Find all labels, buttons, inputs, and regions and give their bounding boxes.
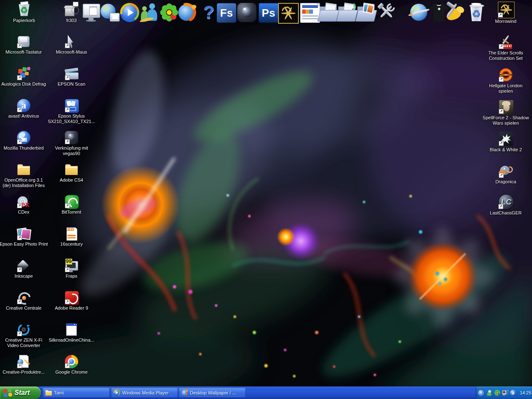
desktop-icon-google-chrome[interactable]: ↗Google Chrome (44, 355, 99, 375)
desktop-icon-label: Mozilla Thunderbird (0, 145, 51, 151)
quicklaunch-monitor-document[interactable] (81, 3, 101, 22)
desktop-icon-hellgate-london-spielen[interactable]: ↗Hellgate London spielen (479, 68, 532, 94)
quicklaunch-globe-dart[interactable] (409, 3, 429, 22)
openoffice-installation-files-icon (17, 163, 30, 176)
desktop-icon-label: Adobe CS4 (44, 177, 99, 183)
task-tami[interactable]: Tami (43, 388, 110, 398)
shortcut-arrow-icon: ↗ (17, 363, 22, 368)
desktop-icon-microsoft-maus[interactable]: ↗Microsoft-Maus (44, 35, 99, 55)
desktop-icon-label: Google Chrome (44, 369, 99, 375)
trash-icon: ♻ (467, 3, 486, 22)
shortcut-arrow-icon: ↗ (65, 107, 70, 112)
desktop-icon-epson-easy-photo-print[interactable]: ↗Epson Easy Photo Print (0, 227, 51, 247)
desktop-icon-epson-scan[interactable]: ↗EPSON Scan (44, 67, 99, 87)
desktop-icon-auslogics-disk-defrag[interactable]: ↗Auslogics Disk Defrag (0, 67, 51, 87)
desktop-icon-label: Hellgate London spielen (479, 83, 532, 94)
desktop-icon-label: avast! Antivirus (0, 113, 51, 119)
desktop-icon-label: Dragonica (479, 179, 532, 185)
quicklaunch-video-capture[interactable] (237, 3, 256, 22)
morrowind-launcher-icon (278, 3, 299, 24)
desktop-icon-creative-centrale[interactable]: ↗Creative Centrale (0, 291, 51, 311)
desktop-icon-label: SilkroadOnlineChina... (44, 337, 99, 343)
quicklaunch-folder-music[interactable]: ♪ (337, 3, 357, 22)
quicklaunch-help-question[interactable]: ? (199, 3, 218, 22)
desktop-icon-lastchaosger[interactable]: LC↗LastChaosGER (479, 194, 532, 216)
tray-icq[interactable] (494, 390, 500, 396)
quicklaunch-icq[interactable] (160, 3, 179, 22)
shortcut-arrow-icon: ↗ (17, 299, 22, 304)
desktop-icon-fraps[interactable]: 99↗Fraps (44, 259, 99, 279)
tray-avast[interactable]: a (510, 390, 516, 396)
clock: 14:25 (520, 390, 532, 395)
desktop-icon-label: Adobe Reader 9 (44, 305, 99, 311)
desktop-screen: ♻Papierkorbfr303↗Morrowind↗Microsoft-Tas… (0, 0, 532, 399)
quicklaunch-morrowind-launcher[interactable] (278, 3, 299, 24)
desktop-icon-label: Epson Easy Photo Print (0, 241, 51, 247)
task-windows-media-player-icon (113, 389, 120, 396)
folder-music-icon: ♪ (337, 3, 357, 22)
desktop-icon-label: The Elder Scrolls Construction Set (479, 50, 532, 61)
folder-documents-icon (319, 3, 338, 22)
quicklaunch-firefox[interactable] (177, 3, 196, 22)
windows-flag-icon (3, 388, 12, 397)
shortcut-arrow-icon: ↗ (65, 203, 70, 208)
tray-chevron[interactable]: ‹ (478, 389, 485, 397)
quicklaunch-folder-pictures[interactable] (357, 3, 376, 22)
desktop-icon-silkroadonlinechina[interactable]: SilkroadOnlineChina... (44, 323, 99, 343)
windows-flag-icon (3, 388, 12, 397)
desktop-icon-spellforce-2-shadow-wars-spielen[interactable]: ↗SpellForce 2 - Shadow Wars spielen (479, 100, 532, 126)
quicklaunch-photoshop[interactable]: Ps (259, 3, 278, 23)
desktop-icon-epson-stylus[interactable]: ↗Epson Stylus SX210_SX410_TX21... (44, 99, 99, 124)
tray-display[interactable] (502, 390, 508, 396)
desktop-icon-inkscape[interactable]: ↗Inkscape (0, 259, 51, 279)
desktop-icon-16scentury[interactable]: F4V16scentury (44, 227, 99, 247)
task-windows-media-player[interactable]: Windows Media Player (111, 388, 178, 398)
video-capture-icon (237, 3, 256, 22)
desktop-icon-morrowind[interactable]: ↗Morrowind (479, 2, 532, 24)
desktop-icon-label: Microsoft-Tastatur (0, 49, 51, 55)
desktop-icon-adobe-cs4[interactable]: Adobe CS4 (44, 163, 99, 183)
desktop-icon-bittorrent[interactable]: ↗BitTorrent (44, 195, 99, 215)
desktop-icon-creative-produktre[interactable]: ↗Creative-Produktre... (0, 355, 51, 375)
task-tami-icon (45, 389, 52, 396)
quicklaunch-windows-media-player[interactable] (120, 3, 139, 22)
shortcut-arrow-icon: ↗ (65, 43, 70, 48)
desktop-icon-microsoft-tastatur[interactable]: ↗Microsoft-Tastatur (0, 35, 51, 55)
desktop-icon-mozilla-thunderbird[interactable]: ↗Mozilla Thunderbird (0, 131, 51, 151)
desktop-icon-avast-antivirus[interactable]: a↗avast! Antivirus (0, 99, 51, 119)
desktop-icon-dragonica[interactable]: ↗Dragonica (479, 164, 532, 185)
quicklaunch-tools[interactable] (377, 3, 396, 22)
desktop-icon-papierkorb[interactable]: ♻Papierkorb (0, 2, 51, 23)
quicklaunch-hammer-glove-app[interactable] (446, 3, 466, 22)
shortcut-arrow-icon: ↗ (65, 75, 70, 80)
desktop-icon-label: SpellForce 2 - Shadow Wars spielen (479, 115, 532, 126)
quicklaunch-trash[interactable]: ♻ (467, 3, 486, 22)
quicklaunch-globe-monitor[interactable] (101, 3, 120, 22)
task-tami-label: Tami (54, 390, 64, 395)
shortcut-arrow-icon: ↗ (17, 235, 22, 240)
webpage-shortcut-icon (300, 3, 320, 23)
tray-messenger[interactable] (486, 390, 493, 396)
quicklaunch-tshirt-app[interactable] (429, 3, 448, 22)
start-label: Start (15, 389, 30, 397)
quicklaunch-webpage-shortcut[interactable] (300, 3, 320, 23)
globe-dart-icon (409, 3, 429, 22)
desktop-icon-verknuepfung-mit-vegas90[interactable]: ↗Verknüpfung mit vegas90 (44, 131, 99, 156)
desktop-icon-label: Epson Stylus SX210_SX410_TX21... (44, 113, 99, 124)
papierkorb-icon: ♻ (17, 2, 32, 17)
desktop-icon-cdex[interactable]: ex↗CDex (0, 195, 51, 215)
desktop-icon-adobe-reader-9[interactable]: ↗Adobe Reader 9 (44, 291, 99, 311)
desktop-icon-label: 16scentury (44, 241, 99, 247)
quicklaunch-fs-app[interactable]: Fs (217, 3, 236, 23)
desktop-icon-creative-zen-xfi-video-converter[interactable]: ↗Creative ZEN X-Fi Video Converter (0, 323, 51, 348)
desktop-icon-label: Morrowind (479, 19, 532, 24)
hammer-glove-app-icon (446, 3, 466, 22)
task-firefox-desktop-wallpaper[interactable]: Desktop Wallpaper / ... (179, 388, 246, 398)
desktop-icon-elder-scrolls-construction-set[interactable]: ↗The Elder Scrolls Construction Set (479, 35, 532, 61)
start-button[interactable]: Start (0, 387, 41, 399)
quicklaunch-folder-documents[interactable] (319, 3, 338, 22)
windows-media-player-icon (120, 3, 139, 22)
desktop-icon-openoffice-installation-files[interactable]: OpenOffice.org 3.1 (de) Installation Fil… (0, 163, 51, 188)
desktop-icon-black-and-white-2[interactable]: ↗Black & White 2 (479, 132, 532, 153)
quicklaunch-msn-messenger[interactable] (140, 3, 159, 22)
